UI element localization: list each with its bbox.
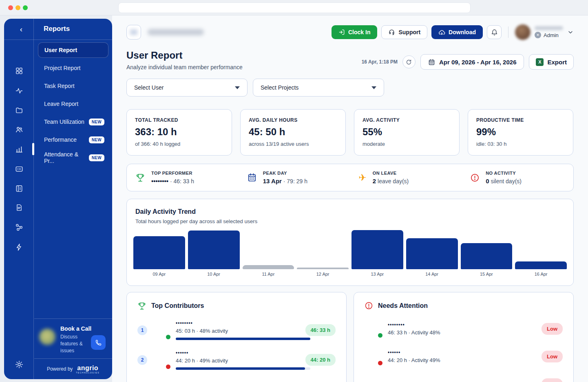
- attention-row[interactable]: •••••••••••••• Low: [365, 375, 563, 382]
- contributor-name-redacted: ••••••: [176, 350, 300, 356]
- bar-slot: [515, 230, 567, 269]
- activity-icon[interactable]: [4, 87, 34, 97]
- needs-attention-card: Needs Attention •••••••• 46: 33 h · Acti…: [354, 292, 574, 382]
- select-projects-dropdown[interactable]: Select Projects: [253, 79, 384, 97]
- settings-icon[interactable]: [4, 360, 34, 371]
- date-range-picker[interactable]: Apr 09, 2026 - Apr 16, 2026: [420, 54, 524, 70]
- hours-badge: 44: 20 h: [305, 354, 336, 366]
- reports-nav: User Report Project Report Task Report L…: [34, 40, 112, 165]
- download-label: Download: [449, 29, 476, 35]
- chart-bar[interactable]: [461, 243, 513, 269]
- attention-row[interactable]: •••••• 44: 20 h · Activity 49% Low: [365, 347, 563, 365]
- x-tick-label: 16 Apr: [515, 272, 567, 277]
- brand-subtext: TECHNOLOGIES: [76, 371, 99, 374]
- daily-activity-chart-card: Daily Activity Trend Total hours logged …: [126, 199, 574, 286]
- member-avatar: [365, 375, 382, 382]
- sidebar-item-team-utilization[interactable]: Team Utilization NEW: [38, 114, 108, 130]
- nodes-icon[interactable]: [4, 223, 34, 233]
- document-icon[interactable]: [4, 204, 34, 213]
- excel-icon: X: [536, 58, 544, 66]
- phone-call-button[interactable]: [91, 335, 106, 350]
- contributor-row[interactable]: 2 •••••• 44: 20 h · 49% activity 44: 20 …: [137, 350, 336, 370]
- card-title: Needs Attention: [378, 302, 428, 310]
- chart-bar[interactable]: [297, 268, 349, 269]
- login-icon: [338, 29, 345, 35]
- chart-bar[interactable]: [406, 238, 458, 269]
- stat-value: 99%: [476, 126, 565, 138]
- plane-icon: ✈: [359, 173, 367, 182]
- main-content: Clock In Support Download ✕ Ad: [112, 15, 588, 382]
- card-title: Top Contributors: [151, 302, 204, 310]
- refresh-button[interactable]: [402, 55, 416, 68]
- nav-label: Performance: [44, 136, 77, 143]
- member-avatar: [365, 347, 382, 365]
- sidebar-item-performance[interactable]: Performance NEW: [38, 132, 108, 147]
- bell-icon: [491, 29, 498, 36]
- export-button[interactable]: X Export: [529, 54, 574, 70]
- sidebar-item-leave-report[interactable]: Leave Report: [38, 96, 108, 112]
- notifications-button[interactable]: [487, 25, 502, 39]
- attention-row[interactable]: •••••••• 46: 33 h · Activity 48% Low: [365, 320, 563, 338]
- clock-in-label: Clock In: [348, 29, 370, 35]
- highlight-sub: silent day(s): [491, 178, 521, 184]
- chevron-down-icon: [567, 29, 574, 35]
- maximize-window-button[interactable]: [23, 5, 28, 10]
- organization-name-redacted: [148, 29, 204, 35]
- browser-topbar: [0, 0, 588, 15]
- sidebar-collapse-icon[interactable]: ‹: [16, 25, 26, 35]
- sidebar-item-user-report[interactable]: User Report: [38, 42, 108, 58]
- bar-slot: [406, 230, 458, 269]
- highlight-label: PEAK DAY: [263, 171, 307, 176]
- stat-card-avg-daily-hours: AVG. DAILY HOURS 45: 50 h across 13/19 a…: [240, 109, 346, 156]
- folder-icon[interactable]: [4, 106, 34, 116]
- chart-bar[interactable]: [351, 230, 403, 269]
- download-button[interactable]: Download: [431, 25, 483, 39]
- contributor-row-partial[interactable]: [137, 380, 336, 382]
- calendar-icon: [247, 173, 257, 182]
- close-window-button[interactable]: [8, 5, 13, 10]
- users-icon[interactable]: [4, 125, 34, 135]
- stat-value: 55%: [363, 126, 451, 138]
- stat-sub: moderate: [363, 141, 451, 147]
- bar-slot: [461, 230, 513, 269]
- menu-button[interactable]: [126, 25, 141, 40]
- low-badge: Low: [542, 351, 563, 362]
- member-name-redacted: ••••••••: [388, 322, 536, 327]
- highlight-label: ON LEAVE: [373, 171, 409, 176]
- lightning-icon[interactable]: [4, 243, 34, 253]
- chart-bar[interactable]: [188, 231, 240, 269]
- refresh-icon: [406, 59, 412, 65]
- brand-name: angrio: [76, 364, 99, 372]
- trophy-icon: [137, 301, 146, 310]
- profile-menu[interactable]: ✕ Admin: [515, 24, 574, 40]
- chart-bar[interactable]: [515, 261, 567, 269]
- dashboard-icon[interactable]: [4, 67, 34, 77]
- credit-card-icon[interactable]: [4, 165, 34, 175]
- sidebar-item-task-report[interactable]: Task Report: [38, 78, 108, 94]
- powered-by-label: Powered by: [47, 366, 73, 372]
- clock-in-button[interactable]: Clock In: [332, 25, 377, 39]
- chart-bar[interactable]: [133, 236, 185, 269]
- role-label: Admin: [544, 32, 559, 38]
- minimize-window-button[interactable]: [15, 5, 20, 10]
- chart-bar[interactable]: [243, 265, 294, 269]
- url-bar[interactable]: [118, 2, 471, 13]
- select-user-dropdown[interactable]: Select User: [126, 79, 248, 97]
- low-badge: Low: [542, 323, 563, 335]
- highlights-strip: TOP PERFORMER •••••••• · 46: 33 h PEAK D…: [126, 164, 574, 191]
- highlight-sub: · 79: 29 h: [283, 178, 307, 184]
- kanban-icon[interactable]: [4, 184, 34, 194]
- support-button[interactable]: Support: [381, 25, 427, 39]
- new-badge: NEW: [89, 154, 104, 161]
- user-name-redacted: [535, 26, 563, 30]
- filters-row: Select User Select Projects: [126, 79, 574, 97]
- cloud-download-icon: [438, 29, 445, 36]
- angrio-logo: angrio TECHNOLOGIES: [76, 364, 99, 374]
- contributor-row[interactable]: 1 •••••••• 45: 03 h · 48% activity 46: 3…: [137, 320, 336, 340]
- bar-chart-icon[interactable]: [4, 145, 34, 155]
- x-tick-label: 15 Apr: [461, 272, 513, 277]
- sidebar-item-attendance[interactable]: Attendance & Pr... NEW: [38, 150, 108, 165]
- sidebar-item-project-report[interactable]: Project Report: [38, 60, 108, 76]
- stat-label: AVG. ACTIVITY: [363, 117, 451, 123]
- stat-card-total-tracked: TOTAL TRACKED 363: 10 h of 366: 40 h log…: [126, 109, 232, 156]
